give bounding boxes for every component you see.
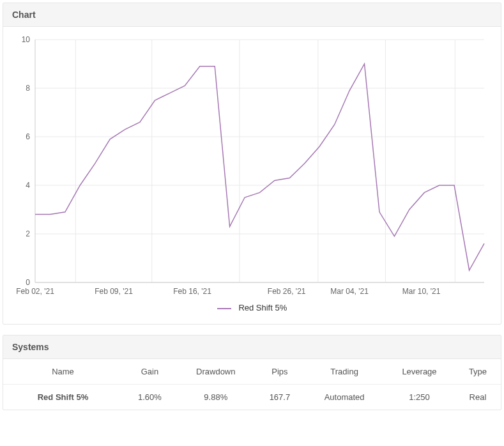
svg-text:Feb 16, '21: Feb 16, '21 [173, 287, 211, 296]
table-row[interactable]: Red Shift 5% 1.60% 9.88% 167.7 Automated… [3, 385, 501, 410]
systems-table: Name Gain Drawdown Pips Trading Leverage… [3, 359, 501, 410]
svg-text:Feb 09, '21: Feb 09, '21 [95, 287, 133, 296]
svg-text:2: 2 [26, 229, 30, 238]
col-gain: Gain [123, 359, 177, 385]
svg-text:4: 4 [26, 181, 30, 190]
col-type: Type [455, 359, 501, 385]
cell-trading: Automated [305, 385, 384, 410]
col-name: Name [3, 359, 123, 385]
col-trading: Trading [305, 359, 384, 385]
systems-panel: Systems Name Gain Drawdown Pips Trading … [3, 335, 501, 410]
svg-text:Feb 26, '21: Feb 26, '21 [268, 287, 306, 296]
cell-pips: 167.7 [255, 385, 305, 410]
chart-panel-title: Chart [3, 3, 501, 27]
svg-text:0: 0 [26, 278, 30, 287]
chart-legend: Red Shift 5% [13, 302, 491, 314]
svg-text:8: 8 [26, 84, 30, 93]
col-drawdown: Drawdown [177, 359, 255, 385]
svg-text:10: 10 [22, 35, 31, 44]
line-chart[interactable]: 0246810Feb 02, '21Feb 09, '21Feb 16, '21… [13, 33, 491, 302]
systems-panel-title: Systems [3, 335, 501, 359]
systems-header-row: Name Gain Drawdown Pips Trading Leverage… [3, 359, 501, 385]
cell-gain: 1.60% [123, 385, 177, 410]
legend-swatch [217, 308, 231, 309]
cell-type: Real [455, 385, 501, 410]
col-leverage: Leverage [384, 359, 455, 385]
cell-drawdown: 9.88% [177, 385, 255, 410]
col-pips: Pips [255, 359, 305, 385]
svg-text:Mar 04, '21: Mar 04, '21 [330, 287, 369, 296]
legend-label: Red Shift 5% [238, 303, 287, 312]
chart-panel: Chart 0246810Feb 02, '21Feb 09, '21Feb 1… [3, 3, 501, 325]
svg-text:6: 6 [26, 132, 30, 141]
cell-leverage: 1:250 [384, 385, 455, 410]
chart-body: 0246810Feb 02, '21Feb 09, '21Feb 16, '21… [3, 27, 501, 324]
cell-name: Red Shift 5% [3, 385, 123, 410]
svg-text:Mar 10, '21: Mar 10, '21 [402, 287, 441, 296]
svg-text:Feb 02, '21: Feb 02, '21 [16, 287, 54, 296]
